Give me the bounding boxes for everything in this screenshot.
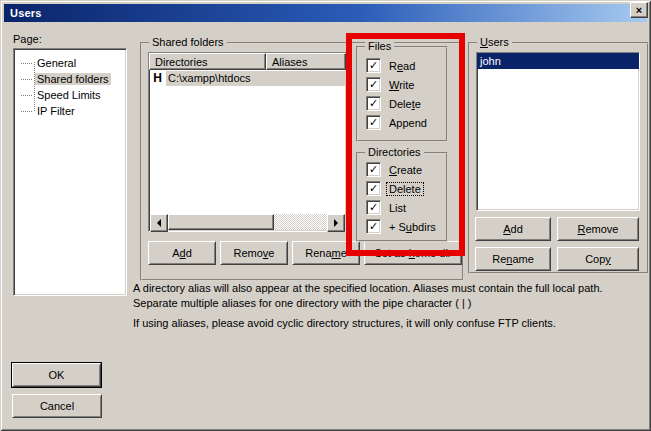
folder-remove-button[interactable]: Remove — [220, 241, 288, 265]
checkbox-append[interactable]: ✓ Append — [366, 115, 429, 130]
user-remove-button[interactable]: Remove — [557, 217, 639, 241]
ok-button[interactable]: OK — [12, 363, 101, 387]
column-header-directories[interactable]: Directories — [149, 53, 266, 70]
checkbox-create[interactable]: ✓ Create — [366, 162, 424, 177]
user-rename-button[interactable]: Rename — [475, 247, 551, 271]
directory-path: C:\xampp\htdocs — [166, 71, 346, 86]
checkbox-dir-delete[interactable]: ✓ Delete — [366, 181, 423, 196]
folder-rename-button[interactable]: Rename — [292, 241, 360, 265]
cyclic-note: If using aliases, please avoid cyclic di… — [133, 316, 638, 331]
checkbox-checked-icon: ✓ — [366, 200, 381, 215]
users-list[interactable]: john — [476, 52, 640, 211]
checkbox-checked-icon: ✓ — [366, 181, 381, 196]
checkbox-read[interactable]: ✓ Read — [366, 58, 417, 73]
home-flag: H — [149, 71, 166, 85]
directories-group: Directories ✓ Create ✓ Delete ✓ List ✓ +… — [356, 152, 448, 242]
horizontal-scrollbar[interactable] — [150, 214, 345, 230]
shared-folders-table[interactable]: Directories Aliases H C:\xampp\htdocs — [148, 52, 347, 232]
close-button[interactable]: × — [630, 2, 648, 18]
page-list[interactable]: General Shared folders Speed Limits IP F… — [13, 48, 127, 296]
checkbox-write[interactable]: ✓ Write — [366, 77, 416, 92]
checkbox-checked-icon: ✓ — [366, 77, 381, 92]
column-header-aliases[interactable]: Aliases — [266, 53, 346, 70]
folder-add-button[interactable]: Add — [148, 241, 216, 265]
users-dialog: Users × Page: General Shared folders Spe… — [0, 0, 651, 431]
user-item-john[interactable]: john — [477, 53, 639, 69]
shared-folders-group-label: Shared folders — [149, 36, 227, 49]
set-as-home-dir-button[interactable]: Set as home dir — [364, 241, 462, 265]
files-group-label: Files — [365, 40, 394, 53]
scroll-left-button[interactable] — [150, 214, 168, 232]
cancel-button[interactable]: Cancel — [12, 394, 102, 418]
directories-group-label: Directories — [365, 146, 424, 159]
scrollbar-thumb[interactable] — [168, 214, 274, 230]
page-item-ip-filter[interactable]: IP Filter — [14, 103, 126, 119]
alias-note: A directory alias will also appear at th… — [133, 281, 603, 311]
scroll-left-icon — [153, 219, 161, 227]
title-bar[interactable]: Users — [4, 4, 647, 22]
users-group-label: Users — [477, 36, 512, 49]
user-copy-button[interactable]: Copy — [557, 247, 639, 271]
page-item-general[interactable]: General — [14, 55, 126, 71]
user-add-button[interactable]: Add — [475, 217, 551, 241]
checkbox-checked-icon: ✓ — [366, 58, 381, 73]
close-icon: × — [636, 5, 642, 15]
checkbox-list[interactable]: ✓ List — [366, 200, 408, 215]
table-header: Directories Aliases — [149, 53, 346, 70]
scroll-right-button[interactable] — [327, 214, 345, 232]
checkbox-checked-icon: ✓ — [366, 96, 381, 111]
files-group: Files ✓ Read ✓ Write ✓ Delete ✓ Append — [356, 46, 448, 142]
checkbox-checked-icon: ✓ — [366, 115, 381, 130]
checkbox-checked-icon: ✓ — [366, 219, 381, 234]
table-row[interactable]: H C:\xampp\htdocs — [149, 70, 346, 86]
checkbox-file-delete[interactable]: ✓ Delete — [366, 96, 423, 111]
dialog-title: Users — [10, 7, 42, 19]
scrollbar-track[interactable] — [274, 214, 327, 230]
checkbox-subdirs[interactable]: ✓ + Subdirs — [366, 219, 438, 234]
page-item-shared-folders[interactable]: Shared folders — [14, 71, 126, 87]
page-label: Page: — [13, 33, 42, 45]
scroll-right-icon — [334, 219, 342, 227]
page-item-speed-limits[interactable]: Speed Limits — [14, 87, 126, 103]
checkbox-checked-icon: ✓ — [366, 162, 381, 177]
